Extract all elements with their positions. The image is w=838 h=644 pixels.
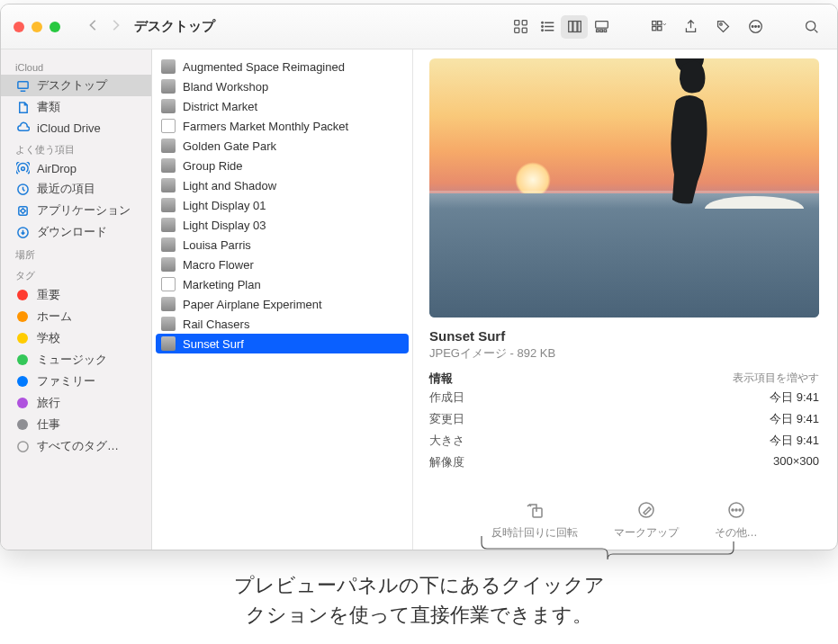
group-button[interactable] — [644, 15, 671, 39]
file-item[interactable]: Group Ride — [152, 156, 412, 175]
cloud-icon — [15, 121, 30, 135]
file-item[interactable]: Light and Shadow — [152, 175, 412, 195]
sidebar-item[interactable]: ホーム — [1, 306, 151, 327]
svg-rect-10 — [568, 22, 572, 32]
more-icon — [727, 501, 745, 522]
file-item[interactable]: Augmented Space Reimagined — [152, 57, 412, 76]
svg-point-39 — [735, 509, 737, 511]
file-name: Bland Workshop — [183, 80, 268, 94]
file-item[interactable]: Farmers Market Monthly Packet — [152, 116, 412, 136]
doc-icon — [15, 100, 30, 114]
more-actions-button[interactable] — [742, 15, 769, 39]
file-item[interactable]: Paper Airplane Experiment — [152, 294, 412, 314]
svg-point-23 — [752, 26, 753, 28]
tags-button[interactable] — [709, 15, 736, 39]
svg-rect-18 — [657, 22, 661, 25]
file-item[interactable]: Sunset Surf — [156, 334, 409, 353]
svg-rect-17 — [652, 22, 655, 25]
share-button[interactable] — [677, 15, 704, 39]
info-header-row: 情報 表示項目を増やす — [429, 371, 819, 387]
minimize-button[interactable] — [32, 22, 42, 32]
sidebar-item[interactable]: ダウンロード — [1, 221, 151, 243]
file-item[interactable]: District Market — [152, 96, 412, 116]
image-thumbnail-icon — [161, 139, 176, 153]
view-gallery-button[interactable] — [588, 15, 615, 39]
water-graphic — [429, 193, 819, 318]
file-name: Rail Chasers — [183, 318, 249, 331]
show-more-link[interactable]: 表示項目を増やす — [733, 371, 819, 387]
maximize-button[interactable] — [50, 22, 60, 32]
info-label: 変更日 — [429, 411, 464, 427]
sidebar-item-label: ミュージック — [37, 352, 107, 368]
sidebar-section-header: タグ — [1, 264, 151, 284]
sidebar-item[interactable]: 最近の項目 — [1, 178, 151, 200]
image-thumbnail-icon — [161, 336, 176, 351]
close-button[interactable] — [14, 22, 24, 32]
info-label: 作成日 — [429, 389, 464, 406]
tag-dot-icon — [15, 396, 30, 410]
svg-line-27 — [814, 30, 816, 32]
toolbar-icons — [506, 14, 824, 40]
view-columns-button[interactable] — [561, 15, 588, 39]
svg-point-38 — [732, 509, 734, 511]
preview-image — [429, 58, 819, 318]
file-name: Augmented Space Reimagined — [183, 60, 345, 74]
surfer-silhouette — [640, 58, 739, 209]
sidebar-item[interactable]: ミュージック — [1, 349, 151, 371]
view-icons-button[interactable] — [507, 15, 534, 39]
svg-rect-0 — [514, 21, 518, 25]
file-item[interactable]: Light Display 01 — [152, 195, 412, 215]
sidebar-item[interactable]: アプリケーション — [1, 200, 151, 221]
airdrop-icon — [15, 161, 30, 175]
preview-subtitle: JPEGイメージ - 892 KB — [429, 345, 819, 362]
sidebar-item[interactable]: ファミリー — [1, 371, 151, 392]
search-button[interactable] — [797, 15, 824, 39]
sidebar: iCloudデスクトップ書類iCloud Driveよく使う項目AirDrop最… — [1, 49, 152, 550]
file-item[interactable]: Rail Chasers — [152, 314, 412, 334]
sidebar-item[interactable]: AirDrop — [1, 158, 151, 178]
file-item[interactable]: Marketing Plan — [152, 274, 412, 294]
sidebar-item[interactable]: 仕事 — [1, 414, 151, 435]
file-item[interactable]: Louisa Parris — [152, 235, 412, 255]
file-item[interactable]: Macro Flower — [152, 255, 412, 274]
sidebar-item-label: 重要 — [37, 287, 60, 303]
sidebar-section-header: 場所 — [1, 243, 151, 264]
svg-rect-19 — [652, 27, 655, 31]
sidebar-item-label: ファミリー — [37, 373, 95, 389]
sidebar-item[interactable]: すべてのタグ… — [1, 435, 151, 457]
file-item[interactable]: Bland Workshop — [152, 76, 412, 96]
sidebar-item[interactable]: 旅行 — [1, 392, 151, 414]
sidebar-item[interactable]: 重要 — [1, 284, 151, 306]
forward-button[interactable] — [109, 19, 122, 34]
image-thumbnail-icon — [161, 178, 176, 192]
window-title: デスクトップ — [134, 18, 215, 35]
sidebar-item-label: 仕事 — [37, 416, 60, 433]
sidebar-item[interactable]: 学校 — [1, 327, 151, 349]
image-thumbnail-icon — [161, 297, 176, 311]
sidebar-item-label: iCloud Drive — [37, 121, 101, 135]
info-row: 大きさ今日 9:41 — [429, 430, 819, 452]
file-name: Louisa Parris — [183, 238, 251, 252]
sidebar-item[interactable]: iCloud Drive — [1, 118, 151, 138]
file-name: Marketing Plan — [183, 278, 261, 291]
svg-point-34 — [17, 441, 27, 451]
sidebar-item[interactable]: 書類 — [1, 96, 151, 118]
sidebar-item[interactable]: デスクトップ — [1, 75, 151, 96]
sidebar-item-label: ホーム — [37, 309, 72, 325]
file-item[interactable]: Light Display 03 — [152, 215, 412, 235]
svg-rect-28 — [17, 81, 27, 88]
sidebar-item-label: 書類 — [37, 99, 60, 115]
sidebar-item-label: ダウンロード — [37, 224, 107, 240]
tag-dot-icon — [15, 331, 30, 345]
svg-rect-3 — [522, 28, 527, 32]
info-header: 情報 — [429, 371, 453, 387]
image-thumbnail-icon — [161, 317, 176, 331]
document-icon — [161, 119, 176, 133]
svg-point-9 — [541, 30, 543, 31]
file-name: Sunset Surf — [183, 337, 244, 351]
back-button[interactable] — [87, 19, 100, 34]
file-item[interactable]: Golden Gate Park — [152, 136, 412, 156]
svg-rect-13 — [595, 22, 608, 29]
view-list-button[interactable] — [534, 15, 561, 39]
info-label: 解像度 — [429, 454, 464, 470]
